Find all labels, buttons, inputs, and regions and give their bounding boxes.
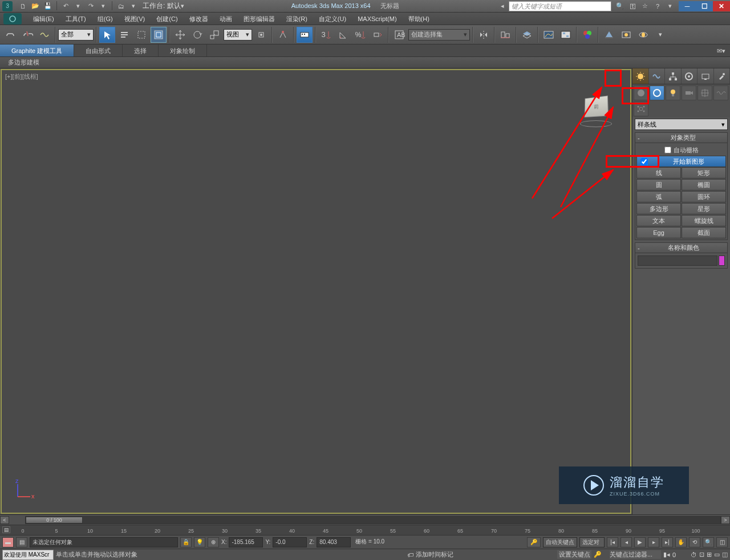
- time-tag-icon[interactable]: 🏷: [407, 551, 413, 558]
- rollout-title-namecolor[interactable]: 名称和颜色: [642, 244, 725, 252]
- modify-tab[interactable]: [649, 68, 666, 84]
- helpers-subtab[interactable]: [697, 86, 712, 100]
- move-icon[interactable]: [172, 27, 188, 43]
- goto-end-icon[interactable]: ▸|: [662, 537, 673, 547]
- motion-tab[interactable]: [682, 68, 698, 84]
- hierarchy-tab[interactable]: [665, 68, 682, 84]
- select-by-name-icon[interactable]: [116, 27, 132, 43]
- workspace-drop-icon[interactable]: ▾: [181, 2, 190, 10]
- viewport[interactable]: [+][前][线框] 前 z x: [1, 69, 631, 514]
- named-selection-dropdown[interactable]: 创建选择集: [408, 29, 470, 40]
- menu-7[interactable]: 图形编辑器: [238, 13, 281, 25]
- nav-zoom-icon[interactable]: 🔍: [703, 537, 714, 547]
- app-button[interactable]: [3, 13, 22, 25]
- project-icon[interactable]: 🗂: [115, 1, 127, 11]
- systems-subtab[interactable]: [634, 102, 648, 116]
- spacewarps-subtab[interactable]: [713, 86, 728, 100]
- bind-spacewarp-icon[interactable]: [36, 27, 52, 43]
- schematic-view-icon[interactable]: [558, 27, 574, 43]
- welcome-field[interactable]: 欢迎使用 MAXScr: [2, 550, 54, 560]
- window-minimize-button[interactable]: ─: [679, 1, 696, 11]
- rollout-title-objtype[interactable]: 对象类型: [642, 133, 725, 142]
- track-bar[interactable]: ▤ 05101520253035404550556065707580859095…: [0, 525, 730, 535]
- menu-8[interactable]: 渲染(R): [281, 13, 313, 25]
- edit-named-sel-icon[interactable]: ABC: [391, 27, 407, 43]
- percent-snap-icon[interactable]: %: [352, 27, 368, 43]
- layer-manager-icon[interactable]: [519, 27, 535, 43]
- key-filter-button[interactable]: 关键点过滤器...: [610, 550, 661, 559]
- ribbon-tab-3[interactable]: 对象绘制: [159, 44, 207, 56]
- window-maximize-button[interactable]: ☐: [696, 1, 713, 11]
- obj-btn-0-0[interactable]: 线: [636, 167, 681, 178]
- geometry-subtab[interactable]: [634, 86, 648, 100]
- obj-btn-5-0[interactable]: Egg: [636, 227, 681, 238]
- rotate-icon[interactable]: [189, 27, 205, 43]
- key-icon[interactable]: 🔑: [527, 537, 541, 547]
- open-icon[interactable]: 📂: [30, 1, 41, 11]
- menu-5[interactable]: 修改器: [184, 13, 214, 25]
- save-icon[interactable]: 💾: [42, 1, 54, 11]
- play-icon[interactable]: ▶: [634, 537, 646, 547]
- ribbon-subtab-polymodel[interactable]: 多边形建模: [3, 58, 44, 67]
- script-listener-icon[interactable]: ▬: [2, 537, 14, 547]
- menu-1[interactable]: 工具(T): [60, 13, 92, 25]
- obj-btn-2-1[interactable]: 圆环: [682, 191, 726, 202]
- obj-btn-3-0[interactable]: 多边形: [636, 203, 681, 214]
- object-color-swatch[interactable]: [719, 255, 725, 266]
- script-toggle-icon[interactable]: ▤: [16, 537, 27, 547]
- snap-3d-icon[interactable]: 3: [318, 27, 334, 43]
- time-slider[interactable]: < 0 / 100 >: [0, 514, 730, 525]
- curve-editor-icon[interactable]: [541, 27, 557, 43]
- new-icon[interactable]: 🗋: [17, 1, 29, 11]
- lights-subtab[interactable]: [666, 86, 680, 100]
- manipulate-icon[interactable]: [275, 27, 291, 43]
- utilities-tab[interactable]: [714, 68, 731, 84]
- next-frame-icon[interactable]: ▸: [648, 537, 659, 547]
- ribbon-tab-0[interactable]: Graphite 建模工具: [0, 44, 74, 56]
- nav-fov-icon[interactable]: ◫: [716, 537, 728, 547]
- obj-btn-2-0[interactable]: 弧: [636, 191, 681, 202]
- z-value[interactable]: 80.403: [317, 537, 351, 547]
- undo-icon[interactable]: ↶: [60, 1, 71, 11]
- scale-icon[interactable]: [206, 27, 222, 43]
- shapes-subtab[interactable]: [650, 86, 664, 100]
- search-prev-icon[interactable]: ◂: [501, 2, 509, 10]
- menu-2[interactable]: 组(G): [92, 13, 119, 25]
- y-value[interactable]: -0.0: [273, 537, 307, 547]
- render-production-icon[interactable]: [635, 27, 651, 43]
- time-slider-left-icon[interactable]: <: [0, 516, 9, 524]
- ribbon-tab-1[interactable]: 自由形式: [74, 44, 123, 56]
- link-icon[interactable]: [2, 27, 18, 43]
- project-drop-icon[interactable]: ▾: [128, 1, 139, 11]
- undo-drop-icon[interactable]: ▾: [72, 1, 84, 11]
- menu-10[interactable]: MAXScript(M): [352, 13, 402, 25]
- isolate-icon[interactable]: 💡: [194, 537, 205, 547]
- obj-btn-0-1[interactable]: 矩形: [682, 167, 726, 178]
- ref-coord-dropdown[interactable]: 视图: [224, 29, 252, 40]
- obj-btn-5-1[interactable]: 截面: [682, 227, 726, 238]
- prev-frame-icon[interactable]: ◂: [620, 537, 632, 547]
- align-icon[interactable]: [497, 27, 513, 43]
- obj-btn-4-0[interactable]: 文本: [636, 215, 681, 226]
- menu-4[interactable]: 创建(C): [151, 13, 183, 25]
- add-time-tag[interactable]: 添加时间标记: [416, 550, 473, 559]
- nav-zoom-ext-icon[interactable]: ⊞: [707, 551, 712, 558]
- start-new-shape-checkbox[interactable]: [640, 158, 648, 165]
- select-object-icon[interactable]: [99, 27, 115, 43]
- nav-region-icon[interactable]: ▭: [714, 551, 720, 558]
- trackbar-toggle-icon[interactable]: ▤: [2, 526, 10, 533]
- comm-center-icon[interactable]: ⚿: [627, 1, 638, 11]
- angle-snap-icon[interactable]: [335, 27, 351, 43]
- setkey-button[interactable]: 设置关键点: [557, 550, 591, 559]
- menu-3[interactable]: 视图(V): [119, 13, 151, 25]
- obj-btn-4-1[interactable]: 螺旋线: [682, 215, 726, 226]
- abs-rel-icon[interactable]: ⊕: [208, 537, 219, 547]
- x-value[interactable]: -185.165: [229, 537, 263, 547]
- time-slider-track[interactable]: 0 / 100: [25, 516, 721, 524]
- obj-btn-1-1[interactable]: 椭圆: [682, 179, 726, 190]
- nav-max-icon[interactable]: ◫: [722, 551, 728, 558]
- search-icon[interactable]: 🔍: [615, 1, 625, 11]
- category-dropdown[interactable]: 样条线: [635, 119, 728, 130]
- viewcube[interactable]: 前: [578, 93, 614, 129]
- autokey-button[interactable]: 自动关键点: [543, 537, 577, 547]
